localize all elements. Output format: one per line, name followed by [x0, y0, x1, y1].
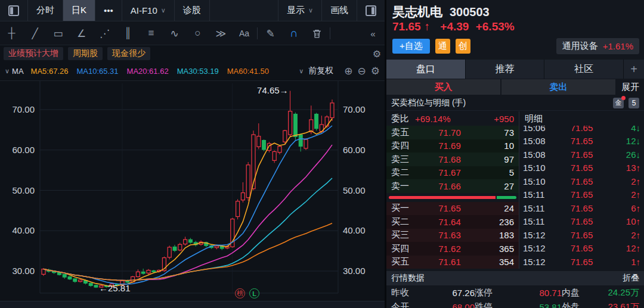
tab-pankou[interactable]: 盘口: [386, 60, 465, 79]
topbar-spacer: [210, 0, 278, 21]
price-adjust-mode[interactable]: 前复权: [308, 66, 333, 76]
text-icon[interactable]: Aa: [233, 22, 256, 45]
rank-badge-icon[interactable]: 榜: [235, 288, 245, 298]
tab-shequ[interactable]: 社区: [544, 60, 623, 79]
topbar-right-tab-0[interactable]: 显示∨: [278, 0, 322, 21]
market-stat-今开: 今开68.00: [391, 301, 475, 308]
zoom-in-icon[interactable]: ⊕: [344, 65, 352, 77]
add-tab-button[interactable]: +: [624, 60, 644, 79]
price-change: +4.39: [440, 20, 469, 33]
level-count-badge[interactable]: 5: [628, 98, 639, 108]
trade-detail-row: 15:0871.6512↓: [519, 135, 644, 148]
orderbook-header: 买卖档位与明细 (手) 金 5: [386, 95, 644, 111]
market-data-title: 行情数据: [391, 273, 425, 284]
trendline-icon[interactable]: ╱: [23, 22, 47, 45]
topbar-tab-4[interactable]: 诊股: [175, 0, 210, 21]
buy-level-row[interactable]: 买五71.61354: [386, 256, 519, 269]
weibi-bar: [386, 193, 519, 202]
buy-button[interactable]: 买入: [386, 79, 500, 95]
magnet-icon[interactable]: ∩: [282, 22, 305, 45]
ma5-line: [44, 119, 332, 286]
gold-coin-icon[interactable]: 金: [613, 98, 624, 108]
header-buttons: +自选 通 创: [392, 38, 470, 54]
sector-chip[interactable]: 通用设备 +1.61%: [556, 38, 639, 54]
zoom-out-icon[interactable]: ⊖: [358, 65, 366, 77]
weibi-bar-sell: [497, 196, 516, 199]
tab-tuijian[interactable]: 推荐: [466, 60, 544, 79]
price-tick-r-50.00: 50.00: [343, 185, 373, 195]
trade-detail-row: 15:1171.6510↑: [519, 215, 644, 229]
level2-badge-icon[interactable]: L: [249, 288, 259, 298]
arrow-fan-icon[interactable]: ≫: [209, 22, 233, 45]
kline-svg[interactable]: [0, 81, 385, 301]
topbar-tab-2[interactable]: •••: [95, 0, 122, 21]
sell-button[interactable]: 卖出: [501, 79, 615, 95]
candlestick-chart[interactable]: 70.0070.0060.0060.0050.0050.0040.0040.00…: [0, 81, 385, 301]
toggle-left-panel-button[interactable]: [0, 0, 28, 21]
sell-level-row[interactable]: 卖四71.6910: [386, 139, 519, 153]
topbar-tab-1[interactable]: 日K: [63, 0, 95, 21]
wave-icon[interactable]: ∿: [163, 22, 186, 45]
toolbar-divider: [257, 27, 258, 39]
tags-gear-icon[interactable]: ⚙: [373, 48, 381, 60]
volume-pane-strip: [0, 301, 385, 308]
ma-title: MA: [12, 67, 24, 76]
ma-legend-10: MA10:65.31: [76, 67, 118, 76]
stock-tag-2[interactable]: 现金很少: [107, 47, 150, 60]
sector-change-pct: +1.61%: [603, 41, 633, 51]
topbar-tab-0[interactable]: 分时: [28, 0, 63, 21]
sell-level-row[interactable]: 卖一71.6627: [386, 179, 519, 193]
buy-level-row[interactable]: 买四71.62365: [386, 242, 519, 256]
market-stat-跌停: 跌停53.81: [475, 301, 562, 308]
buy-level-row[interactable]: 买一71.6524: [386, 202, 519, 216]
market-badge-chuang[interactable]: 创: [456, 39, 470, 54]
chart-settings-gear-icon[interactable]: ⚙: [371, 65, 380, 77]
topbar-tab-3[interactable]: AI-F10∨: [122, 0, 175, 21]
expand-button[interactable]: 展开: [617, 79, 644, 95]
weibi-label: 委比: [391, 113, 409, 125]
trade-detail-row: 15:1271.652↑: [519, 228, 644, 242]
trade-buttons-row: 买入 卖出 展开: [386, 79, 644, 95]
price-tick-l-70.00: 70.00: [5, 104, 35, 114]
price-tick-l-50.00: 50.00: [5, 185, 35, 195]
market-stat-昨收: 昨收67.26: [391, 287, 475, 298]
vertical-lines-icon[interactable]: ║: [116, 22, 140, 45]
adjust-chevron-icon[interactable]: ∨: [299, 67, 304, 75]
eraser-icon[interactable]: ✎: [259, 22, 282, 45]
add-watchlist-button[interactable]: +自选: [392, 39, 430, 54]
price-tick-r-30.00: 30.00: [343, 266, 373, 276]
market-data-row: 昨收67.26涨停80.71内盘24.25万: [386, 285, 644, 300]
sell-level-row[interactable]: 卖二71.675: [386, 166, 519, 180]
market-stat-涨停: 涨停80.71: [475, 287, 562, 298]
segment-nodes-icon[interactable]: ⋰: [93, 22, 116, 45]
topbar-right-tab-1[interactable]: 画线: [322, 0, 357, 21]
panel-left-icon: [8, 5, 19, 16]
stock-tag-1[interactable]: 周期股: [68, 47, 103, 60]
ma-legend-5: MA5:67.26: [31, 67, 69, 76]
ellipse-icon[interactable]: ○: [186, 22, 209, 45]
crosshair-icon[interactable]: ┼: [0, 22, 23, 45]
gann-lines-icon[interactable]: ≡: [140, 22, 163, 45]
fan-lines-icon[interactable]: ∠: [70, 22, 93, 45]
market-badge-tong[interactable]: 通: [435, 39, 450, 54]
buy-level-row[interactable]: 买二71.64236: [386, 215, 519, 229]
sell-level-row[interactable]: 卖五71.7073: [386, 126, 519, 139]
trash-icon[interactable]: [305, 22, 329, 45]
stock-tag-0[interactable]: 业绩预计大增: [4, 47, 63, 60]
trade-detail-row: 15:1271.6512↑: [519, 242, 644, 256]
ma-legend-20: MA20:61.62: [127, 67, 169, 76]
ma60-line: [44, 223, 332, 281]
high-price-annotation: 74.65→: [257, 85, 289, 95]
orderbook: 卖五71.7073卖四71.6910卖三71.6897卖二71.675卖一71.…: [386, 126, 519, 269]
rectangle-icon[interactable]: ▭: [47, 22, 70, 45]
price-line: 71.65↑ +4.39 +6.53%: [392, 20, 518, 33]
trade-detail-row: 15:1171.652↑: [519, 188, 644, 202]
ma-indicator-bar: ∨ MA MA5:67.26MA10:65.31MA20:61.62MA30:5…: [0, 61, 385, 81]
quote-panel: 昊志机电300503 71.65↑ +4.39 +6.53% +自选 通 创 通…: [386, 0, 644, 308]
ma-chevron-icon[interactable]: ∨: [5, 67, 10, 75]
toolbar-collapse-icon[interactable]: «: [361, 22, 385, 45]
sell-level-row[interactable]: 卖三71.6897: [386, 153, 519, 166]
buy-level-row[interactable]: 买三71.63183: [386, 229, 519, 242]
fold-button[interactable]: 折叠: [623, 273, 639, 284]
toggle-right-panel-button[interactable]: [357, 0, 385, 21]
